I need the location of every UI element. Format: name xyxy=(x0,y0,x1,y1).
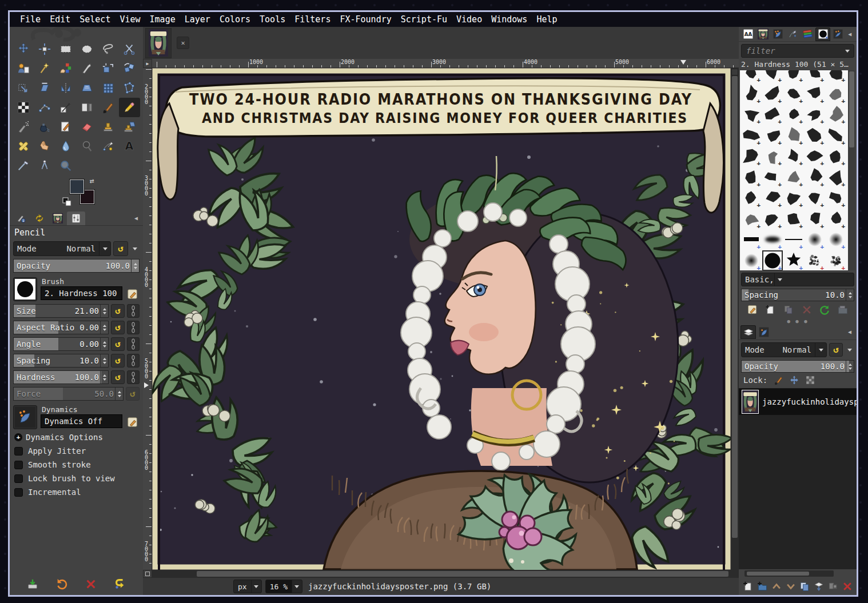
layer-mode-menu-chevron[interactable] xyxy=(845,349,854,352)
menu-layer[interactable]: Layer xyxy=(180,14,215,25)
default-colors-icon[interactable] xyxy=(62,197,71,206)
brush-cell[interactable]: + xyxy=(741,250,762,271)
brush-cell[interactable]: + xyxy=(741,146,762,166)
duplicate-brush-button[interactable] xyxy=(783,304,794,316)
paths-tool[interactable] xyxy=(34,98,55,117)
brush-cell[interactable]: + xyxy=(826,250,846,271)
unified-transform-tool[interactable] xyxy=(98,59,119,78)
airbrush-tool[interactable] xyxy=(13,117,34,137)
dynamics-options-expander[interactable]: + Dynamics Options xyxy=(10,429,143,442)
spacing-slider[interactable]: Spacing10.0 xyxy=(13,354,109,368)
link-hardness-button[interactable] xyxy=(127,370,140,384)
brush-cell[interactable]: + xyxy=(783,250,804,271)
link-spacing-button[interactable] xyxy=(127,354,140,368)
brush-cell[interactable]: + xyxy=(762,146,783,166)
layers-tab[interactable] xyxy=(740,325,756,339)
brush-preview[interactable] xyxy=(13,277,37,301)
brush-cell[interactable]: + xyxy=(805,125,825,146)
brush-grid-scrollbar[interactable] xyxy=(848,70,855,270)
ink-tool[interactable] xyxy=(34,117,55,137)
brush-editor-tab[interactable] xyxy=(756,325,771,339)
navigation-button[interactable] xyxy=(731,69,738,75)
brush-cell[interactable]: + xyxy=(805,209,825,229)
compass-tool[interactable] xyxy=(34,156,55,175)
brush-cell[interactable]: + xyxy=(762,209,783,229)
brush-cell[interactable]: + xyxy=(783,209,804,229)
brush-cell[interactable]: + xyxy=(783,104,804,125)
brush-cell[interactable]: + xyxy=(762,83,783,104)
duplicate-layer-button[interactable] xyxy=(799,581,810,592)
menu-video[interactable]: Video xyxy=(452,14,487,25)
foreground-color-swatch[interactable] xyxy=(69,179,85,194)
size-slider[interactable]: Size21.00 xyxy=(13,304,109,318)
brush-cell[interactable]: + xyxy=(741,104,762,125)
free-select-tool[interactable] xyxy=(98,39,119,59)
link-aspect-ratio-button[interactable] xyxy=(127,321,140,334)
delete-brush-button[interactable] xyxy=(801,304,813,316)
save-tool-preset-button[interactable] xyxy=(26,578,39,590)
move-tool[interactable] xyxy=(13,39,34,59)
angle-slider[interactable]: Angle0.00 xyxy=(13,337,109,351)
canvas-viewport[interactable]: TWO 24-HOUR RADIO MARATHONS ON THANKSGIV… xyxy=(152,68,731,570)
brush-cell[interactable]: + xyxy=(762,70,783,83)
paint-mode-select[interactable]: Mode Normal xyxy=(13,241,111,256)
cage-transform-tool[interactable] xyxy=(119,78,140,98)
device-status-tab[interactable] xyxy=(30,211,49,225)
paintbrush-tool[interactable] xyxy=(98,98,119,117)
reset-angle-button[interactable]: ↺ xyxy=(111,337,125,351)
brush-cell[interactable]: + xyxy=(805,83,825,104)
new-layer-button[interactable] xyxy=(742,581,754,592)
perspective-tool[interactable] xyxy=(77,78,98,98)
image-tab[interactable] xyxy=(49,211,67,225)
warp-transform-tool[interactable] xyxy=(13,98,34,117)
menu-edit[interactable]: Edit xyxy=(45,14,75,25)
zoom-select[interactable]: 16 % xyxy=(265,580,302,593)
measure-tool[interactable] xyxy=(13,156,34,175)
edit-dynamics-icon[interactable] xyxy=(126,416,140,429)
reset-layer-mode-button[interactable]: ↺ xyxy=(829,343,843,357)
layer-opacity-spinner[interactable] xyxy=(846,361,854,372)
edit-brush-button[interactable] xyxy=(747,304,758,316)
menu-image[interactable]: Image xyxy=(145,14,180,25)
image-tab[interactable] xyxy=(145,28,172,58)
blur-sharpen-tool[interactable] xyxy=(55,137,77,156)
raise-layer-button[interactable] xyxy=(771,581,782,592)
shear-tool[interactable] xyxy=(34,78,55,98)
chevron-down-icon[interactable] xyxy=(815,343,826,357)
image-tab[interactable] xyxy=(755,27,770,41)
link-angle-button[interactable] xyxy=(127,337,140,351)
brush-cell[interactable]: + xyxy=(826,209,846,229)
horizontal-scrollbar[interactable] xyxy=(152,570,739,578)
layer-mode-select[interactable]: Mode Normal xyxy=(741,342,827,357)
menu-tools[interactable]: Tools xyxy=(255,14,290,25)
brushes-tab[interactable] xyxy=(815,27,830,41)
reset-tool-options-button[interactable] xyxy=(114,578,126,590)
menu-windows[interactable]: Windows xyxy=(487,14,532,25)
chevron-down-icon[interactable] xyxy=(292,580,302,593)
eraser-tool[interactable] xyxy=(77,117,98,137)
fuzzy-select-tool[interactable] xyxy=(34,59,55,78)
brush-cell[interactable]: + xyxy=(826,70,846,83)
brush-cell[interactable]: + xyxy=(762,125,783,146)
layer-list[interactable]: jazzyfuckinholidaysp xyxy=(739,388,857,569)
brush-cell[interactable]: + xyxy=(783,187,804,208)
dynamics-preview[interactable] xyxy=(13,405,37,429)
brush-cell[interactable]: + xyxy=(783,70,804,83)
dynamics-name-field[interactable]: Dynamics Off xyxy=(41,414,122,428)
brush-cell[interactable]: + xyxy=(741,83,762,104)
delete-layer-button[interactable] xyxy=(842,581,853,592)
spinner[interactable] xyxy=(100,354,108,367)
collapse-dock-icon[interactable]: ◀ xyxy=(845,31,854,37)
rotate-tool[interactable] xyxy=(119,59,140,78)
new-group-button[interactable] xyxy=(756,581,768,592)
brush-cell[interactable]: + xyxy=(805,250,825,271)
brush-grid[interactable]: ++++++++++++++++++++++++++++++++++++++++… xyxy=(740,70,855,270)
fonts-tab[interactable]: AA xyxy=(740,27,755,41)
force-slider[interactable]: Force50.0 xyxy=(13,387,124,401)
ellipse-select-tool[interactable] xyxy=(77,39,98,59)
brush-cell[interactable]: + xyxy=(805,187,825,208)
aspect-ratio-slider[interactable]: Aspect Ratio0.00 xyxy=(13,321,109,334)
brush-cell[interactable]: + xyxy=(826,229,846,250)
dynamics-tab[interactable] xyxy=(770,27,785,41)
brush-cell[interactable]: + xyxy=(762,167,783,187)
